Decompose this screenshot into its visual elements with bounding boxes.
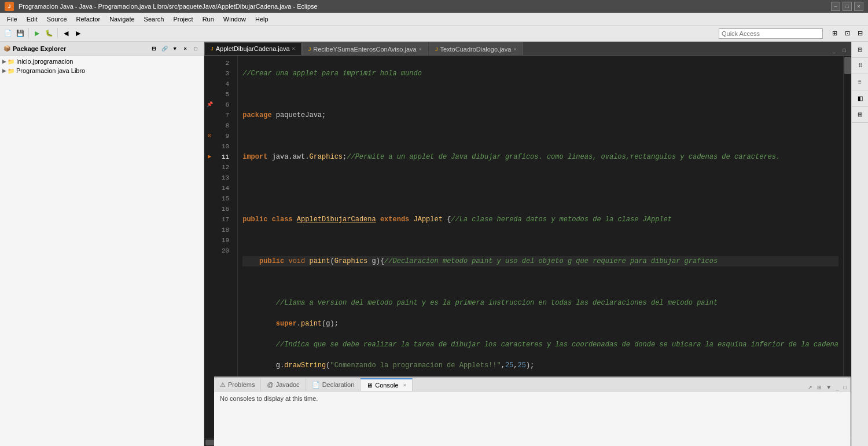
line-num-3: 3 — [215, 68, 233, 79]
menu-refactor[interactable]: Refactor — [72, 14, 105, 24]
tab-icon-2: J — [308, 46, 311, 52]
sidebar-header: 📦 Package Explorer ⊟ 🔗 ▼ × □ — [0, 42, 204, 56]
tab-close-2[interactable]: × — [419, 46, 422, 52]
tab-label-3: TextoCuadroDialogo.java — [440, 46, 511, 53]
toolbar-persp-btn-3[interactable]: ⊟ — [854, 28, 866, 39]
close-button[interactable]: × — [854, 2, 863, 11]
code-line-11: public void paint(Graphics g){//Declarac… — [242, 256, 838, 266]
menu-file[interactable]: File — [2, 14, 22, 24]
sidebar-title: Package Explorer — [13, 45, 66, 52]
line-num-20: 20 — [215, 246, 233, 256]
app-icon: J — [5, 2, 14, 11]
line-num-5: 5 — [215, 89, 233, 100]
bottom-action-1[interactable]: ↗ — [806, 384, 814, 391]
tab-problems[interactable]: ⚠ Problems — [214, 378, 261, 391]
toolbar-persp-btn-1[interactable]: ⊞ — [829, 28, 840, 39]
tab-texto[interactable]: J TextoCuadroDialogo.java × — [429, 42, 523, 55]
line-num-16: 16 — [215, 204, 233, 214]
toolbar-run-btn[interactable]: ▶ — [31, 28, 43, 39]
tab-applet-dibujar[interactable]: J AppletDibujarCadena.java × — [204, 42, 301, 55]
bottom-action-2[interactable]: ⊞ — [815, 384, 823, 391]
toolbar-debug-btn[interactable]: 🐛 — [43, 28, 55, 39]
menu-search[interactable]: Search — [139, 14, 169, 24]
editor-area: J AppletDibujarCadena.java × J RecibeYSu… — [204, 42, 851, 446]
code-line-6: import java.awt.Graphics;//Permite a un … — [242, 152, 838, 162]
menu-edit[interactable]: Edit — [22, 14, 42, 24]
toolbar-new-btn[interactable]: 📄 — [2, 28, 14, 39]
javadoc-icon: @ — [267, 381, 273, 388]
line-num-7: 7 — [215, 110, 233, 120]
line-num-17: 17 — [215, 214, 233, 225]
right-btn-4[interactable]: ◧ — [852, 90, 868, 107]
quick-access-box — [719, 28, 823, 39]
menu-help[interactable]: Help — [251, 14, 273, 24]
tree-icon-libro: 📁 — [8, 68, 14, 74]
menu-project[interactable]: Project — [168, 14, 197, 24]
tab-close-1[interactable]: × — [292, 46, 295, 52]
maximize-button[interactable]: □ — [843, 2, 852, 11]
code-line-15: //Indica que se debe realizar la tarea d… — [242, 339, 838, 350]
menu-window[interactable]: Window — [219, 14, 251, 24]
sidebar-maximize-btn[interactable]: □ — [191, 44, 200, 53]
code-line-5 — [242, 131, 838, 141]
declaration-label: Declaration — [322, 381, 355, 388]
toolbar-forward-btn[interactable]: ▶ — [72, 28, 84, 39]
line-num-4: 4 — [215, 79, 233, 89]
bottom-action-5[interactable]: □ — [842, 384, 848, 391]
bottom-panel: ⚠ Problems @ Javadoc 📄 Declaration 🖥 Con… — [214, 376, 851, 446]
menu-run[interactable]: Run — [198, 14, 219, 24]
sidebar-menu-btn[interactable]: ▼ — [170, 44, 179, 53]
minimize-button[interactable]: – — [831, 2, 840, 11]
tab-close-3[interactable]: × — [513, 46, 516, 52]
marker-3 — [204, 68, 215, 79]
marker-15 — [204, 193, 215, 204]
line-num-6: 6 — [215, 100, 233, 110]
console-close-icon[interactable]: × — [403, 382, 406, 388]
marker-7 — [204, 110, 215, 120]
tree-item-libro[interactable]: ▶ 📁 Programacion java Libro — [0, 66, 204, 75]
marker-8 — [204, 120, 215, 131]
title-bar: J Programacion Java - Java - Programacio… — [0, 0, 868, 13]
toolbar-persp-btn-2[interactable]: ⊡ — [841, 28, 853, 39]
package-explorer-icon: 📦 — [3, 45, 10, 52]
menu-navigate[interactable]: Navigate — [105, 14, 139, 24]
toolbar-sep-1 — [28, 28, 29, 38]
right-btn-3[interactable]: ≡ — [852, 74, 868, 90]
marker-10 — [204, 141, 215, 152]
right-btn-1[interactable]: ⊟ — [852, 42, 868, 58]
line-num-11: 11 — [215, 152, 233, 162]
editor-tab-maximize[interactable]: □ — [840, 46, 849, 55]
bottom-action-3[interactable]: ▼ — [825, 384, 833, 391]
javadoc-label: Javadoc — [276, 381, 300, 388]
code-line-3 — [242, 89, 838, 100]
bottom-action-4[interactable]: _ — [834, 384, 841, 391]
main-area: 📦 Package Explorer ⊟ 🔗 ▼ × □ ▶ 📁 Inicio.… — [0, 42, 868, 446]
tab-console[interactable]: 🖥 Console × — [361, 378, 413, 391]
scroll-thumb[interactable] — [844, 57, 851, 74]
right-btn-2[interactable]: ⠿ — [852, 58, 868, 74]
tree-item-inicio[interactable]: ▶ 📁 Inicio.jprogramacion — [0, 57, 204, 66]
editor-tab-minimize[interactable]: _ — [829, 46, 838, 55]
tree-label-libro: Programacion java Libro — [16, 67, 85, 74]
code-line-16: g.drawString("Comenzando la programacion… — [242, 360, 838, 371]
quick-access-input[interactable] — [719, 28, 823, 39]
tab-recibe[interactable]: J RecibeYSumaEnterosConAviso.java × — [302, 42, 428, 55]
sidebar-link-btn[interactable]: 🔗 — [160, 44, 169, 53]
menu-bar: File Edit Source Refactor Navigate Searc… — [0, 13, 868, 25]
marker-19 — [204, 235, 215, 246]
line-num-18: 18 — [215, 225, 233, 235]
toolbar: 📄 💾 ▶ 🐛 ◀ ▶ ⊞ ⊡ ⊟ — [0, 25, 868, 42]
right-panel: ⊟ ⠿ ≡ ◧ ⊞ — [851, 42, 868, 446]
marker-2 — [204, 58, 215, 68]
toolbar-save-btn[interactable]: 💾 — [14, 28, 26, 39]
menu-source[interactable]: Source — [42, 14, 72, 24]
tree-arrow-libro: ▶ — [2, 68, 6, 74]
code-line-9: public class AppletDibujarCadena extends… — [242, 214, 838, 225]
toolbar-back-btn[interactable]: ◀ — [60, 28, 72, 39]
line-num-2: 2 — [215, 58, 233, 68]
right-btn-5[interactable]: ⊞ — [852, 107, 868, 123]
tab-javadoc[interactable]: @ Javadoc — [261, 378, 306, 391]
sidebar-collapse-btn[interactable]: ⊟ — [149, 44, 159, 53]
tab-declaration[interactable]: 📄 Declaration — [306, 378, 361, 391]
sidebar-close-btn[interactable]: × — [181, 44, 190, 53]
